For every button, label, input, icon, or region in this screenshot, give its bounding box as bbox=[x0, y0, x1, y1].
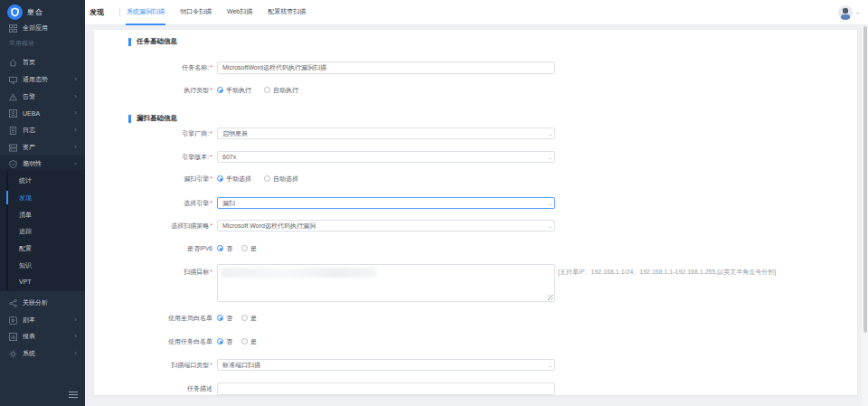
tab-label: 弱口令扫描 bbox=[180, 7, 212, 16]
engine-vendor-select[interactable]: 启明星辰 bbox=[217, 127, 555, 139]
radio-global-whitelist-yes[interactable]: 是 bbox=[241, 314, 257, 323]
vulnerability-submenu: 统计 发现 清单 追踪 配置 知识 VPT bbox=[0, 170, 85, 291]
app-root: 皇合 全部应用 常用模块 首页 通用态势 bbox=[0, 0, 868, 406]
submenu-item-vpt[interactable]: VPT bbox=[0, 273, 85, 290]
home-icon bbox=[9, 59, 17, 67]
user-menu[interactable] bbox=[838, 0, 859, 25]
radio-manual-exec[interactable]: 手动执行 bbox=[217, 86, 251, 95]
sidebar-item-assets[interactable]: 资产 bbox=[0, 139, 85, 156]
scrollbar-thumb[interactable] bbox=[863, 26, 867, 333]
radio-ipv6-yes[interactable]: 是 bbox=[241, 244, 257, 253]
submenu-item-knowledge[interactable]: 知识 bbox=[0, 257, 85, 274]
radio-label: 手动选择 bbox=[226, 175, 251, 184]
gear-icon bbox=[9, 350, 17, 358]
submenu-item-label: 追踪 bbox=[19, 227, 32, 236]
field-label: 使用任务白名单 bbox=[94, 335, 212, 347]
sidebar-item-alerts[interactable]: 告警 bbox=[0, 89, 85, 105]
sidebar-item-correlation[interactable]: 关联分析 bbox=[0, 295, 85, 311]
section-title: 漏扫基础信息 bbox=[137, 114, 177, 123]
submenu-item-tracking[interactable]: 追踪 bbox=[0, 222, 85, 240]
top-bar: 发现 系统漏洞扫描 弱口令扫描 Web扫描 配置核查扫描 bbox=[85, 0, 868, 25]
sidebar-item-playbook[interactable]: 剧本 bbox=[0, 312, 85, 328]
submenu-item-config[interactable]: 配置 bbox=[0, 240, 85, 257]
sidebar-item-home[interactable]: 首页 bbox=[0, 54, 85, 71]
select-value: Microsoft Word远程代码执行漏洞 bbox=[222, 222, 316, 229]
field-label: 任务名称:* bbox=[94, 61, 212, 74]
sidebar-item-all-apps[interactable]: 全部应用 bbox=[0, 20, 85, 36]
field-label: 引擎版本:* bbox=[94, 151, 212, 163]
chevron-down-icon bbox=[544, 134, 554, 136]
chevron-right-icon bbox=[74, 93, 77, 100]
resize-handle[interactable] bbox=[548, 295, 553, 300]
sidebar-item-label: 关联分析 bbox=[23, 298, 48, 307]
tab-web-scan[interactable]: Web扫描 bbox=[226, 0, 253, 25]
avatar[interactable] bbox=[838, 5, 853, 20]
port-type-select[interactable]: 标准端口扫描 bbox=[217, 359, 555, 371]
field-label: 任务描述 bbox=[94, 382, 212, 395]
scan-policy-select[interactable]: Microsoft Word远程代码执行漏洞 bbox=[217, 220, 555, 231]
network-icon bbox=[9, 299, 17, 307]
monitor-icon bbox=[9, 76, 17, 84]
submenu-item-inventory[interactable]: 清单 bbox=[0, 206, 85, 223]
section-scan-basic-info: 漏扫基础信息 bbox=[128, 114, 177, 123]
chevron-right-icon bbox=[74, 109, 77, 117]
scan-target-hint: [支持单IP、192.168.1.1/24、192.168.1.1-192.16… bbox=[558, 268, 776, 277]
radio-global-whitelist-no[interactable]: 否 bbox=[217, 314, 232, 323]
radio-task-whitelist-yes[interactable]: 是 bbox=[241, 337, 257, 346]
radio-icon bbox=[264, 175, 270, 182]
chevron-right-icon bbox=[74, 76, 77, 83]
radio-label: 手动执行 bbox=[226, 86, 251, 95]
tab-config-check-scan[interactable]: 配置核查扫描 bbox=[267, 0, 307, 25]
radio-icon bbox=[217, 338, 223, 345]
tab-label: 配置核查扫描 bbox=[268, 7, 306, 16]
radio-label: 否 bbox=[226, 244, 232, 253]
sidebar-item-reports[interactable]: 报表 bbox=[0, 328, 85, 345]
engine-version-select[interactable]: 607x bbox=[217, 151, 555, 163]
sidebar-collapse-icon[interactable] bbox=[69, 390, 78, 397]
section-accent-bar bbox=[128, 38, 131, 46]
chevron-down-icon bbox=[544, 203, 554, 205]
sidebar-item-label: 报表 bbox=[23, 332, 35, 341]
sidebar: 皇合 全部应用 常用模块 首页 通用态势 bbox=[0, 0, 85, 406]
field-label: 是否IPv6 bbox=[94, 242, 212, 254]
section-accent-bar bbox=[128, 115, 131, 123]
grid-icon bbox=[9, 24, 17, 33]
tab-label: 系统漏洞扫描 bbox=[127, 7, 165, 16]
sidebar-item-system[interactable]: 系统 bbox=[0, 345, 85, 362]
tab-system-vuln-scan[interactable]: 系统漏洞扫描 bbox=[126, 0, 165, 25]
chevron-right-icon bbox=[74, 144, 77, 151]
server-icon bbox=[9, 144, 17, 152]
radio-label: 自动执行 bbox=[273, 86, 298, 95]
select-value: 标准端口扫描 bbox=[222, 362, 260, 368]
radio-auto-exec[interactable]: 自动执行 bbox=[264, 86, 298, 95]
field-label: 使用全局白名单 bbox=[94, 312, 212, 324]
field-label: 扫描端口类型* bbox=[94, 359, 212, 371]
sidebar-item-situation[interactable]: 通用态势 bbox=[0, 71, 85, 88]
user-box-icon bbox=[9, 109, 17, 118]
sidebar-item-logs[interactable]: 日志 bbox=[0, 122, 85, 138]
sidebar-item-label: 日志 bbox=[23, 126, 35, 135]
select-value: 启明星辰 bbox=[222, 130, 248, 137]
task-name-input[interactable]: MicrosoftWord远程代码执行漏洞扫描 bbox=[217, 61, 555, 74]
radio-task-whitelist-no[interactable]: 否 bbox=[217, 337, 232, 346]
submenu-item-discovery[interactable]: 发现 bbox=[0, 189, 85, 206]
scan-tabs: 系统漏洞扫描 弱口令扫描 Web扫描 配置核查扫描 bbox=[126, 0, 320, 25]
radio-manual-select[interactable]: 手动选择 bbox=[217, 175, 251, 184]
tab-weak-password-scan[interactable]: 弱口令扫描 bbox=[179, 0, 212, 25]
task-desc-input[interactable] bbox=[217, 382, 555, 395]
select-engine-select[interactable]: 漏扫 bbox=[217, 197, 555, 209]
scrollbar-track[interactable] bbox=[862, 25, 868, 406]
warning-triangle-icon bbox=[9, 93, 17, 101]
sidebar-item-label: 全部应用 bbox=[23, 24, 48, 33]
bar-chart-icon bbox=[9, 333, 17, 341]
radio-label: 否 bbox=[226, 314, 232, 323]
sidebar-item-ueba[interactable]: UEBA bbox=[0, 105, 85, 121]
submenu-item-statistics[interactable]: 统计 bbox=[0, 172, 85, 189]
submenu-item-label: 发现 bbox=[19, 194, 32, 203]
radio-ipv6-no[interactable]: 否 bbox=[217, 244, 232, 253]
scan-target-textarea[interactable] bbox=[217, 264, 555, 302]
play-icon bbox=[9, 316, 17, 325]
chevron-down-icon bbox=[72, 163, 80, 165]
radio-icon bbox=[241, 338, 248, 345]
radio-auto-select[interactable]: 自动选择 bbox=[264, 175, 298, 184]
